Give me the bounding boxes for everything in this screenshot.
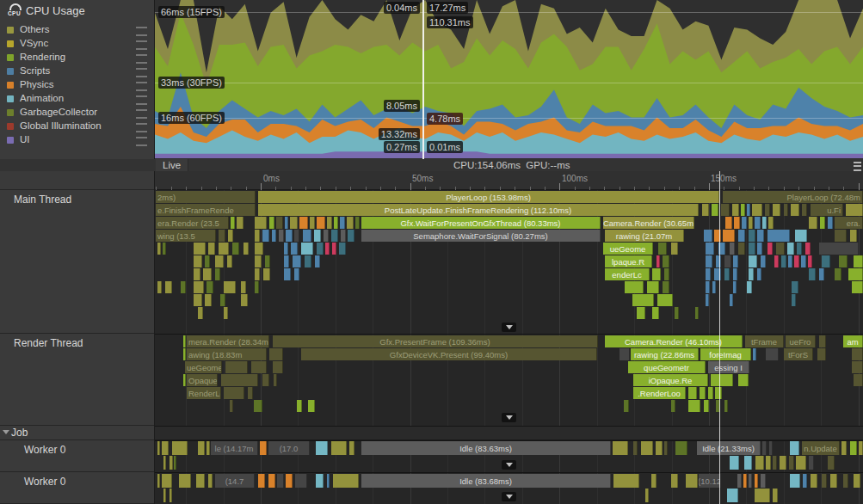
render-thread-label-cell[interactable]: Render Thread [0,334,154,426]
live-tab[interactable]: Live [156,159,188,171]
profiler-span[interactable] [773,204,780,216]
profiler-span[interactable] [830,474,837,488]
profiler-span[interactable] [784,204,788,216]
profiler-span[interactable] [207,281,213,293]
profiler-span[interactable] [315,255,320,267]
worker0-b-label-cell[interactable]: Worker 0 [0,472,154,504]
profiler-span[interactable] [724,268,730,280]
profiler-span[interactable] [730,456,739,470]
profiler-span[interactable] [835,268,841,280]
profiler-span[interactable] [747,204,750,216]
profiler-span[interactable] [647,281,659,293]
profiler-span[interactable]: RenderLo [187,387,221,399]
profiler-span[interactable] [248,387,253,399]
profiler-span[interactable] [163,243,166,255]
profiler-span[interactable] [299,217,308,229]
legend-drag-handle-icon[interactable] [136,40,147,50]
profiler-span[interactable] [183,348,186,360]
profiler-span[interactable] [327,474,330,488]
profiler-span[interactable] [852,348,863,360]
profiler-span[interactable] [671,400,675,412]
profiler-span[interactable]: e.FinishFrameRende [156,204,256,216]
profiler-span[interactable] [262,374,269,386]
profiler-span[interactable] [241,294,248,306]
profiler-span[interactable] [733,268,737,280]
profiler-span[interactable] [194,268,200,280]
profiler-span[interactable]: (14.7 [215,474,255,488]
profiler-span[interactable] [339,243,346,255]
profiler-span[interactable] [725,217,732,229]
profiler-span[interactable] [170,489,172,502]
profiler-span[interactable]: lpaque.R [605,255,652,267]
legend-drag-handle-icon[interactable] [136,109,147,119]
profiler-span[interactable] [652,307,659,319]
profiler-span[interactable] [347,217,354,229]
profiler-span[interactable] [194,294,202,306]
profiler-span[interactable] [733,255,738,267]
profiler-span[interactable] [163,456,166,470]
profiler-span[interactable] [305,255,311,267]
profiler-span[interactable]: Gfx.WaitForPresentOnGfxThread (80.33ms) [361,217,601,229]
profiler-span[interactable] [656,441,663,455]
profiler-span[interactable] [688,400,700,412]
profiler-span[interactable] [224,281,236,293]
profiler-span[interactable] [738,374,749,386]
profiler-span[interactable] [658,243,667,255]
profiler-span[interactable] [340,217,345,229]
profiler-span[interactable]: Camera.Render (46.10ms) [605,335,743,347]
legend-item[interactable]: Rendering [0,51,154,65]
profiler-span[interactable] [749,255,757,267]
selected-frame-line[interactable] [422,0,424,159]
profiler-span[interactable] [215,255,224,267]
profiler-span[interactable] [753,348,756,360]
profiler-span[interactable] [255,255,262,267]
profiler-span[interactable]: rawing (21.07m [605,230,684,242]
profiler-span[interactable] [801,255,806,267]
profiler-span[interactable] [656,255,660,267]
profiler-span[interactable] [730,294,733,306]
profiler-span[interactable] [749,217,753,229]
profiler-span[interactable] [224,307,228,319]
profiler-span[interactable] [848,268,863,280]
profiler-span[interactable]: Camera.Render (30.65m [603,217,694,229]
profiler-span[interactable] [852,281,863,293]
profiler-span[interactable] [632,294,654,306]
profiler-span[interactable] [738,230,745,242]
profiler-span[interactable] [255,243,263,255]
profiler-span[interactable] [198,441,205,455]
profiler-span[interactable] [792,281,798,293]
profiler-span[interactable]: PostLateUpdate.FinishFrameRendering (112… [258,204,699,216]
profiler-span[interactable] [285,217,288,229]
profiler-span[interactable] [641,441,653,455]
profiler-span[interactable] [828,456,835,470]
profiler-span[interactable] [231,217,235,229]
profiler-span[interactable]: foreImag [700,348,751,360]
profiler-span[interactable]: Idle (21.33ms) [697,441,761,455]
profiler-span[interactable] [749,474,752,488]
legend-drag-handle-icon[interactable] [136,123,147,132]
legend-item[interactable]: GarbageCollector [0,106,154,120]
profiler-span[interactable] [757,243,762,255]
profiler-span[interactable] [172,441,188,455]
profiler-span[interactable]: GfxDeviceVK.Present (99.40ms) [301,348,597,360]
profiler-span[interactable] [232,243,239,255]
profiler-span[interactable]: tFrame [745,335,784,347]
profiler-span[interactable] [761,474,766,488]
profiler-span[interactable] [230,400,233,412]
profiler-span[interactable] [243,243,249,255]
profiler-span[interactable] [255,217,267,229]
profiler-span[interactable] [811,474,817,488]
profiler-span[interactable] [671,243,678,255]
timeline-track-area[interactable]: 0ms50ms100ms150ms2ms)PlayerLoop (153.98m… [155,171,863,504]
profiler-span[interactable] [269,217,274,229]
profiler-span[interactable] [712,204,718,216]
profiler-span[interactable] [795,230,807,242]
profiler-span[interactable] [205,294,212,306]
profiler-span[interactable] [198,307,203,319]
profiler-span[interactable] [624,400,629,412]
profiler-span[interactable] [308,400,315,412]
profiler-span[interactable] [227,255,232,267]
profiler-span[interactable] [822,474,827,488]
profiler-span[interactable] [325,243,330,255]
profiler-span[interactable] [724,400,728,412]
